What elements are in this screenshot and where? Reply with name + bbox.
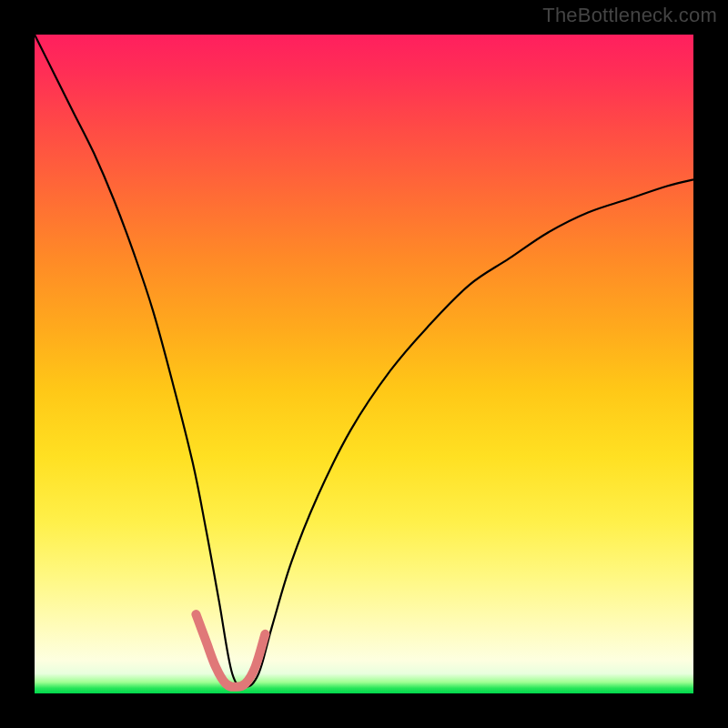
valley-highlight — [196, 614, 265, 687]
bottleneck-curve — [35, 35, 693, 687]
watermark-text: TheBottleneck.com — [542, 4, 717, 27]
curve-svg — [35, 35, 693, 693]
chart-container: TheBottleneck.com — [0, 0, 728, 728]
plot-area — [35, 35, 693, 693]
